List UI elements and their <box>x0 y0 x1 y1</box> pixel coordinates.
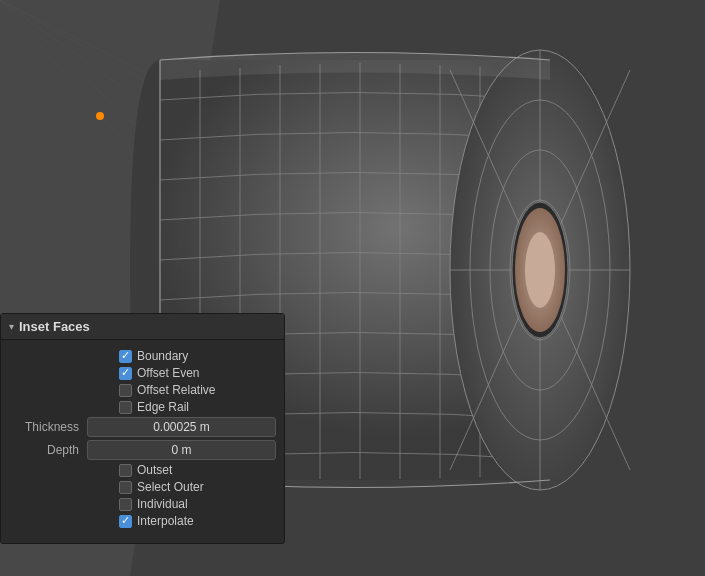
inset-faces-panel: ▾ Inset Faces Boundary Offset Even Offse… <box>0 313 285 544</box>
boundary-label: Boundary <box>137 349 188 363</box>
orange-dot <box>96 112 104 120</box>
individual-checkbox[interactable] <box>119 498 132 511</box>
offset-relative-label: Offset Relative <box>137 383 215 397</box>
svg-point-20 <box>525 232 555 308</box>
panel-collapse-arrow: ▾ <box>9 321 14 332</box>
offset-relative-checkbox[interactable] <box>119 384 132 397</box>
depth-label: Depth <box>9 443 79 457</box>
select-outer-row: Select Outer <box>9 480 276 494</box>
edge-rail-row: Edge Rail <box>9 400 276 414</box>
select-outer-checkbox[interactable] <box>119 481 132 494</box>
select-outer-label: Select Outer <box>137 480 204 494</box>
boundary-row: Boundary <box>9 349 276 363</box>
individual-label: Individual <box>137 497 188 511</box>
offset-relative-row: Offset Relative <box>9 383 276 397</box>
individual-row: Individual <box>9 497 276 511</box>
offset-even-row: Offset Even <box>9 366 276 380</box>
thickness-row: Thickness <box>9 417 276 437</box>
panel-title: Inset Faces <box>19 319 90 334</box>
panel-content: Boundary Offset Even Offset Relative Edg… <box>1 340 284 535</box>
edge-rail-checkbox[interactable] <box>119 401 132 414</box>
outset-row: Outset <box>9 463 276 477</box>
interpolate-row: Interpolate <box>9 514 276 528</box>
depth-input[interactable] <box>87 440 276 460</box>
boundary-checkbox[interactable] <box>119 350 132 363</box>
thickness-label: Thickness <box>9 420 79 434</box>
edge-rail-label: Edge Rail <box>137 400 189 414</box>
panel-header[interactable]: ▾ Inset Faces <box>1 314 284 340</box>
interpolate-checkbox[interactable] <box>119 515 132 528</box>
outset-checkbox[interactable] <box>119 464 132 477</box>
offset-even-label: Offset Even <box>137 366 199 380</box>
outset-label: Outset <box>137 463 172 477</box>
thickness-input[interactable] <box>87 417 276 437</box>
depth-row: Depth <box>9 440 276 460</box>
interpolate-label: Interpolate <box>137 514 194 528</box>
offset-even-checkbox[interactable] <box>119 367 132 380</box>
